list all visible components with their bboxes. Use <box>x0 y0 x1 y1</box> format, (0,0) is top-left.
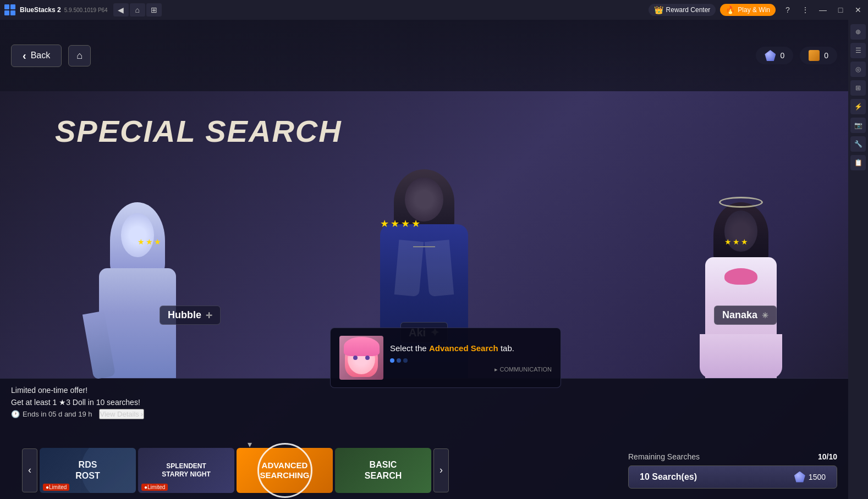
sidebar-icon-3[interactable]: ◎ <box>850 62 866 77</box>
sidebar-icon-4[interactable]: ⊞ <box>850 80 866 96</box>
maximize-button[interactable]: □ <box>833 2 848 18</box>
crown-icon: 👑 <box>654 5 663 14</box>
nav-home-button[interactable]: ⌂ <box>130 3 145 16</box>
search-button-cost: 1500 <box>794 472 826 483</box>
offer-line2: Get at least 1 ★3 Doll in 10 searches! <box>11 396 319 408</box>
nav-back-button[interactable]: ◀ <box>113 3 129 16</box>
home-icon: ⌂ <box>76 50 83 61</box>
sidebar-icon-2[interactable]: ☰ <box>850 43 866 58</box>
arrow-right-icon: › <box>141 410 143 418</box>
tab-advanced-line2: SEARCHING <box>260 470 309 480</box>
tutorial-highlight: Advanced Search <box>429 343 498 353</box>
timer-bar: 🕐 Ends in 05 d and 19 h View Details › ▾ <box>0 409 330 419</box>
currency1-count: 0 <box>780 51 784 60</box>
tab-advanced-wrapper: ADVANCED SEARCHING <box>237 448 333 493</box>
sidebar-icon-7[interactable]: 🔧 <box>850 136 866 152</box>
tutorial-indicators <box>390 358 552 363</box>
search-cost-value: 1500 <box>809 473 826 481</box>
home-button[interactable]: ⌂ <box>68 45 91 66</box>
sidebar-icon-5[interactable]: ⚡ <box>850 99 866 114</box>
nav-buttons: ◀ ⌂ ⊞ <box>113 3 162 16</box>
tab-prev-button[interactable]: ‹ <box>22 448 37 492</box>
help-button[interactable]: ? <box>780 2 795 18</box>
remaining-searches: Remaining Searches 10/10 <box>628 452 837 461</box>
tutorial-text: Select the Advanced Search tab. ▸ COMMUN… <box>390 342 552 373</box>
nav-grid-button[interactable]: ⊞ <box>146 3 162 16</box>
sidebar-icon-1[interactable]: ⊕ <box>850 24 866 40</box>
right-panel: Remaining Searches 10/10 10 Search(es) 1… <box>617 441 848 499</box>
currency2-display: 0 <box>800 47 837 64</box>
nanaka-name-tag: Nanaka ✳ <box>714 306 777 325</box>
box-icon <box>809 50 820 61</box>
svg-rect-3 <box>10 10 15 15</box>
currency1-display: 0 <box>756 47 793 64</box>
offer-line1: Limited one-time offer! <box>11 384 319 396</box>
tab-splendent[interactable]: SPLENDENT STARRY NIGHT ●Limited <box>138 448 234 493</box>
window-controls: ? ⋮ — □ ✕ <box>780 2 866 18</box>
tab-splendent-line2: STARRY NIGHT <box>162 470 210 478</box>
sidebar-icon-6[interactable]: 📷 <box>850 118 866 133</box>
back-label: Back <box>31 51 51 60</box>
minimize-button[interactable]: — <box>815 2 831 18</box>
tutorial-text-after: tab. <box>498 343 514 353</box>
play-win-button[interactable]: 🔥 Play & Win <box>720 4 776 16</box>
view-details-button[interactable]: View Details › <box>99 409 145 419</box>
tab-ards-frost[interactable]: RDS ROST ●Limited <box>40 448 136 493</box>
clock-icon: 🕐 <box>11 410 20 418</box>
tab-basic[interactable]: BASIC SEARCH <box>335 448 431 493</box>
nanaka-icon: ✳ <box>762 311 768 320</box>
nanaka-name-label: Nanaka <box>722 309 757 321</box>
reward-center-label: Reward Center <box>666 6 711 14</box>
hubble-name-tag: Hubble ✛ <box>160 306 221 325</box>
tab-strip: ‹ RDS ROST ●Limited SPLENDENT STARRY NIG… <box>0 441 528 499</box>
close-button[interactable]: ✕ <box>850 2 866 18</box>
game-toolbar: ‹ Back ⌂ 0 0 <box>0 20 848 91</box>
fire-icon: 🔥 <box>726 5 735 14</box>
tab-splendent-badge: ●Limited <box>141 484 168 491</box>
reward-center-button[interactable]: 👑 Reward Center <box>649 4 716 16</box>
app-icon <box>0 0 20 20</box>
title-bar: BlueStacks 2 5.9.500.1019 P64 ◀ ⌂ ⊞ 👑 Re… <box>0 0 868 20</box>
sidebar-icon-8[interactable]: 📋 <box>850 155 866 170</box>
tab-splendent-line1: SPLENDENT <box>166 462 206 470</box>
game-area: ✦✦✦✦✦✦✦✦ ‹ Back ⌂ 0 0 SPECIAL SEARCH <box>0 20 848 499</box>
back-button[interactable]: ‹ Back <box>11 45 62 67</box>
svg-rect-2 <box>4 10 9 15</box>
tutorial-main-text: Select the Advanced Search tab. <box>390 342 552 354</box>
tab-basic-line2: SEARCH <box>365 470 402 481</box>
app-version: 5.9.500.1019 P64 <box>64 7 108 13</box>
tab-advanced[interactable]: ADVANCED SEARCHING <box>237 448 333 493</box>
tutorial-avatar <box>339 336 383 380</box>
hubble-name-label: Hubble <box>168 309 201 321</box>
remaining-label: Remaining Searches <box>628 452 700 461</box>
search-button[interactable]: 10 Search(es) 1500 <box>628 465 837 489</box>
play-win-label: Play & Win <box>738 6 770 14</box>
remaining-count: 10/10 <box>818 452 837 461</box>
back-chevron-icon: ‹ <box>23 49 26 62</box>
hubble-icon: ✛ <box>206 311 212 320</box>
tutorial-overlay: Select the Advanced Search tab. ▸ COMMUN… <box>330 328 561 388</box>
bottom-info: Limited one-time offer! Get at least 1 ★… <box>0 378 848 499</box>
timer-text: 🕐 Ends in 05 d and 19 h <box>11 410 92 418</box>
currency2-count: 0 <box>824 51 828 60</box>
svg-rect-0 <box>4 4 9 9</box>
tutorial-sub-label: ▸ COMMUNICATION <box>390 366 552 373</box>
right-sidebar: ⊕ ☰ ◎ ⊞ ⚡ 📷 🔧 📋 <box>848 20 868 499</box>
settings-button[interactable]: ⋮ <box>798 2 813 18</box>
tab-next-button[interactable]: › <box>433 448 449 492</box>
view-details-label: View Details <box>100 410 139 418</box>
tutorial-text-before: Select the <box>390 343 429 353</box>
timer-label: Ends in 05 d and 19 h <box>23 410 92 418</box>
special-search-title: SPECIAL SEARCH <box>55 113 342 149</box>
gem-icon <box>765 50 776 61</box>
svg-rect-1 <box>10 4 15 9</box>
search-cost-gem-icon <box>794 472 805 483</box>
search-button-label: 10 Search(es) <box>640 472 697 482</box>
tab-advanced-line1: ADVANCED <box>262 461 308 470</box>
tab-basic-line1: BASIC <box>370 459 397 470</box>
app-name: BlueStacks 2 <box>20 6 61 14</box>
